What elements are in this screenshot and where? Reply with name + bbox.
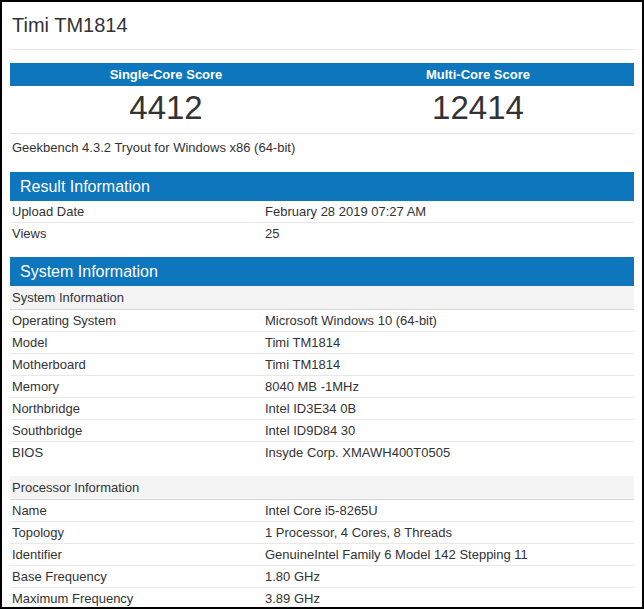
- single-core-score-value: 4412: [10, 91, 322, 125]
- table-row: Motherboard Timi TM1814: [10, 354, 634, 376]
- row-label: Model: [10, 335, 265, 350]
- score-values: 4412 12414: [10, 86, 634, 133]
- row-label: Views: [10, 226, 265, 241]
- row-value: Intel ID3E34 0B: [265, 401, 634, 416]
- row-label: Memory: [10, 379, 265, 394]
- table-row: Southbridge Intel ID9D84 30: [10, 420, 634, 442]
- row-value: Timi TM1814: [265, 357, 634, 372]
- row-value: Microsoft Windows 10 (64-bit): [265, 313, 634, 328]
- result-information-table: Upload Date February 28 2019 07:27 AM Vi…: [10, 201, 634, 244]
- row-value: Timi TM1814: [265, 335, 634, 350]
- row-value: GenuineIntel Family 6 Model 142 Stepping…: [265, 547, 634, 562]
- row-value: Intel ID9D84 30: [265, 423, 634, 438]
- row-value: 3.89 GHz: [265, 591, 634, 606]
- row-value: 8040 MB -1MHz: [265, 379, 634, 394]
- system-subsection-header: System Information: [10, 286, 634, 310]
- row-label: Maximum Frequency: [10, 591, 265, 606]
- row-label: Operating System: [10, 313, 265, 328]
- result-page: Timi TM1814 Single-Core Score Multi-Core…: [0, 0, 644, 609]
- system-subsection: System Information Operating System Micr…: [10, 286, 634, 463]
- row-label: Identifier: [10, 547, 265, 562]
- row-value: 1.80 GHz: [265, 569, 634, 584]
- page-title: Timi TM1814: [12, 12, 632, 38]
- table-row: Topology 1 Processor, 4 Cores, 8 Threads: [10, 522, 634, 544]
- row-value: Insyde Corp. XMAWH400T0505: [265, 445, 634, 460]
- processor-subsection-table: Name Intel Core i5-8265U Topology 1 Proc…: [10, 500, 634, 609]
- multi-core-score-header: Multi-Core Score: [322, 63, 634, 86]
- system-information-section: System Information System Information Op…: [10, 257, 634, 609]
- multi-core-score-value: 12414: [322, 91, 634, 125]
- page-content: Timi TM1814 Single-Core Score Multi-Core…: [2, 2, 642, 609]
- table-row: Views 25: [10, 223, 634, 244]
- table-row: Memory 8040 MB -1MHz: [10, 376, 634, 398]
- row-value: 25: [265, 226, 634, 241]
- table-row: Base Frequency 1.80 GHz: [10, 566, 634, 588]
- score-banner: Single-Core Score Multi-Core Score: [10, 63, 634, 86]
- system-information-header: System Information: [10, 257, 634, 286]
- row-label: Motherboard: [10, 357, 265, 372]
- row-label: BIOS: [10, 445, 265, 460]
- row-label: Southbridge: [10, 423, 265, 438]
- row-label: Topology: [10, 525, 265, 540]
- result-information-section: Result Information Upload Date February …: [10, 172, 634, 244]
- benchmark-version-caption: Geekbench 4.3.2 Tryout for Windows x86 (…: [10, 133, 634, 163]
- system-subsection-table: Operating System Microsoft Windows 10 (6…: [10, 310, 634, 463]
- single-core-score-header: Single-Core Score: [10, 63, 322, 86]
- title-bar: Timi TM1814: [10, 2, 634, 50]
- table-row: Model Timi TM1814: [10, 332, 634, 354]
- table-row: Maximum Frequency 3.89 GHz: [10, 588, 634, 609]
- result-information-header: Result Information: [10, 172, 634, 201]
- row-value: February 28 2019 07:27 AM: [265, 204, 634, 219]
- table-row: Identifier GenuineIntel Family 6 Model 1…: [10, 544, 634, 566]
- row-label: Northbridge: [10, 401, 265, 416]
- table-row: Northbridge Intel ID3E34 0B: [10, 398, 634, 420]
- row-label: Upload Date: [10, 204, 265, 219]
- table-row: BIOS Insyde Corp. XMAWH400T0505: [10, 442, 634, 463]
- row-label: Name: [10, 503, 265, 518]
- row-value: 1 Processor, 4 Cores, 8 Threads: [265, 525, 634, 540]
- processor-subsection: Processor Information Name Intel Core i5…: [10, 476, 634, 609]
- table-row: Upload Date February 28 2019 07:27 AM: [10, 201, 634, 223]
- row-label: Base Frequency: [10, 569, 265, 584]
- row-value: Intel Core i5-8265U: [265, 503, 634, 518]
- table-row: Name Intel Core i5-8265U: [10, 500, 634, 522]
- table-row: Operating System Microsoft Windows 10 (6…: [10, 310, 634, 332]
- processor-subsection-header: Processor Information: [10, 476, 634, 500]
